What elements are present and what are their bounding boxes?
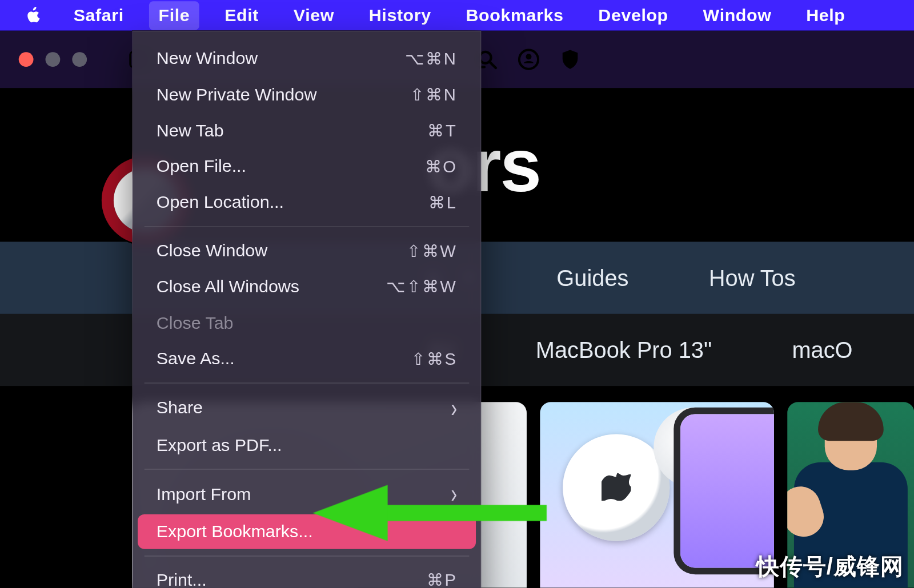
safari-window: ors s ▼ Guides How Tos Air MacBook Pro 1… (0, 31, 914, 588)
nav-macos-partial[interactable]: macO (792, 337, 852, 363)
close-window-icon[interactable] (19, 52, 34, 67)
menu-item-shortcut: ⌘L (428, 192, 457, 214)
menu-item-label: Export Bookmarks... (157, 520, 313, 543)
menu-item-shortcut: ⇧⌘W (407, 240, 457, 262)
menu-item-shortcut: ⌥⌘N (405, 48, 457, 70)
menu-item-shortcut: ⇧⌘S (411, 348, 457, 370)
chevron-right-icon: › (451, 478, 457, 512)
menu-item-label: Export as PDF... (157, 434, 282, 457)
menu-item-shortcut: ⌥⇧⌘W (386, 276, 458, 298)
menu-item-new-private-window[interactable]: New Private Window⇧⌘N (138, 77, 476, 112)
menu-app-name[interactable]: Safari (64, 1, 133, 30)
svg-point-5 (526, 54, 531, 59)
menu-item-new-window[interactable]: New Window⌥⌘N (138, 42, 476, 76)
apple-logo-icon (25, 7, 42, 24)
nav-macbookpro13[interactable]: MacBook Pro 13" (536, 337, 712, 363)
menu-separator (145, 469, 470, 470)
menu-item-close-all-windows[interactable]: Close All Windows⌥⇧⌘W (138, 269, 476, 304)
menu-item-label: Share (157, 397, 203, 420)
menu-item-shortcut: ⌘O (425, 156, 458, 178)
menu-item-open-location[interactable]: Open Location...⌘L (138, 185, 476, 220)
menu-item-label: Close Tab (157, 312, 234, 335)
menu-item-shortcut: ⌘T (427, 120, 457, 142)
menu-item-new-tab[interactable]: New Tab⌘T (138, 113, 476, 148)
menu-item-label: Save As... (157, 348, 235, 370)
menu-view[interactable]: View (284, 1, 343, 30)
menu-help[interactable]: Help (797, 1, 855, 30)
article-card[interactable] (540, 402, 774, 587)
source-watermark: 快传号/威锋网 (756, 551, 904, 582)
shield-icon[interactable] (559, 48, 582, 71)
menu-item-export-bookmarks[interactable]: Export Bookmarks... (138, 514, 476, 549)
window-traffic-lights[interactable] (19, 52, 87, 67)
menu-item-label: New Tab (157, 119, 224, 142)
menu-item-label: New Private Window (157, 83, 317, 106)
menu-item-share[interactable]: Share› (138, 390, 476, 426)
menu-item-label: Close Window (157, 240, 267, 263)
macos-menubar: Safari File Edit View History Bookmarks … (0, 0, 914, 31)
ipad-illustration (680, 414, 774, 567)
menu-item-label: Close All Windows (157, 276, 299, 299)
menu-edit[interactable]: Edit (215, 1, 268, 30)
menu-item-label: New Window (157, 47, 258, 70)
file-menu-dropdown: New Window⌥⌘NNew Private Window⇧⌘NNew Ta… (133, 31, 482, 588)
menu-item-close-tab: Close Tab (138, 305, 476, 340)
menu-item-label: Print... (157, 569, 207, 587)
menu-item-print[interactable]: Print...⌘P (138, 563, 476, 588)
chevron-right-icon: › (451, 391, 457, 425)
menu-item-open-file[interactable]: Open File...⌘O (138, 149, 476, 184)
profile-icon[interactable] (518, 48, 540, 71)
svg-line-3 (490, 62, 496, 68)
menu-item-import-from[interactable]: Import From› (138, 477, 476, 513)
minimize-window-icon[interactable] (46, 52, 61, 67)
menu-item-shortcut: ⇧⌘N (410, 84, 457, 106)
menu-file[interactable]: File (149, 1, 199, 30)
menu-history[interactable]: History (359, 1, 440, 30)
menu-separator (145, 383, 470, 384)
menu-item-save-as[interactable]: Save As...⇧⌘S (138, 341, 476, 376)
menu-window[interactable]: Window (693, 1, 781, 30)
menu-develop[interactable]: Develop (589, 1, 678, 30)
menu-bookmarks[interactable]: Bookmarks (456, 1, 573, 30)
menu-separator (145, 227, 470, 227)
nav-howtos[interactable]: How Tos (709, 265, 796, 291)
menu-separator (145, 555, 470, 556)
menu-item-close-window[interactable]: Close Window⇧⌘W (138, 233, 476, 268)
menu-item-shortcut: ⌘P (427, 569, 457, 588)
fullscreen-window-icon[interactable] (72, 52, 87, 67)
menu-item-label: Open Location... (157, 191, 284, 214)
menu-item-export-as-pdf[interactable]: Export as PDF... (138, 428, 476, 462)
menu-item-label: Open File... (157, 155, 246, 178)
menu-item-label: Import From (157, 484, 251, 506)
nav-guides[interactable]: Guides (556, 265, 628, 291)
